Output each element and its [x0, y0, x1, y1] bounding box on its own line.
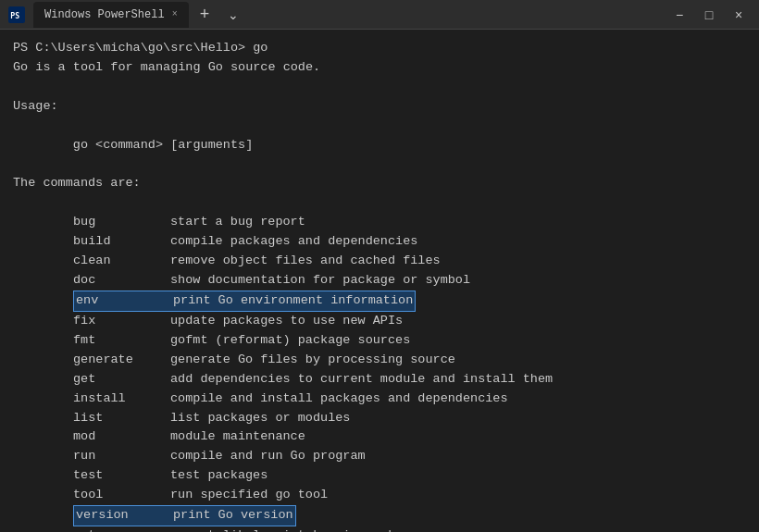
commands-list: bugstart a bug report buildcompile packa… [13, 213, 746, 532]
command-row: modmodule maintenance [13, 427, 746, 447]
title-bar: PS Windows PowerShell × + ⌄ − □ × [0, 0, 759, 30]
command-row: envprint Go environment information [13, 291, 746, 312]
command-row: versionprint Go version [13, 505, 746, 526]
add-tab-button[interactable]: + [196, 5, 214, 24]
usage-syntax: go <command> [arguments] [13, 136, 746, 155]
blank-line-1 [13, 78, 746, 97]
command-row: vetreport likely mistakes in packages [13, 526, 746, 532]
command-row: getadd dependencies to current module an… [13, 370, 746, 390]
svg-text:PS: PS [10, 10, 19, 19]
output-line-1: Go is a tool for managing Go source code… [13, 58, 746, 78]
window-controls: − □ × [666, 6, 752, 24]
command-row: bugstart a bug report [13, 213, 746, 232]
prompt-text: PS C:\Users\micha\go\src\Hello> go [13, 39, 268, 58]
minimize-button[interactable]: − [666, 6, 692, 24]
close-tab-icon[interactable]: × [172, 9, 178, 19]
prompt-line: PS C:\Users\micha\go\src\Hello> go [13, 39, 746, 58]
dropdown-button[interactable]: ⌄ [220, 6, 246, 24]
commands-header: The commands are: [13, 174, 746, 193]
command-row: docshow documentation for package or sym… [13, 271, 746, 291]
maximize-button[interactable]: □ [696, 6, 722, 24]
command-row: fixupdate packages to use new APIs [13, 312, 746, 331]
terminal-output: PS C:\Users\micha\go\src\Hello> go Go is… [0, 30, 759, 532]
blank-line-2 [13, 117, 746, 136]
tab-label: Windows PowerShell [44, 8, 165, 21]
command-row: testtest packages [13, 466, 746, 486]
command-row: fmtgofmt (reformat) package sources [13, 331, 746, 351]
close-button[interactable]: × [726, 6, 752, 24]
terminal-tab[interactable]: Windows PowerShell × [33, 2, 189, 28]
blank-line-3 [13, 155, 746, 175]
command-row: runcompile and run Go program [13, 447, 746, 466]
blank-line-4 [13, 193, 746, 213]
command-row: buildcompile packages and dependencies [13, 232, 746, 252]
command-row: toolrun specified go tool [13, 486, 746, 505]
command-row: listlist packages or modules [13, 409, 746, 428]
usage-label: Usage: [13, 97, 746, 117]
command-row: cleanremove object files and cached file… [13, 252, 746, 271]
command-row: generategenerate Go files by processing … [13, 351, 746, 370]
powershell-icon: PS [7, 6, 26, 24]
command-row: installcompile and install packages and … [13, 390, 746, 409]
